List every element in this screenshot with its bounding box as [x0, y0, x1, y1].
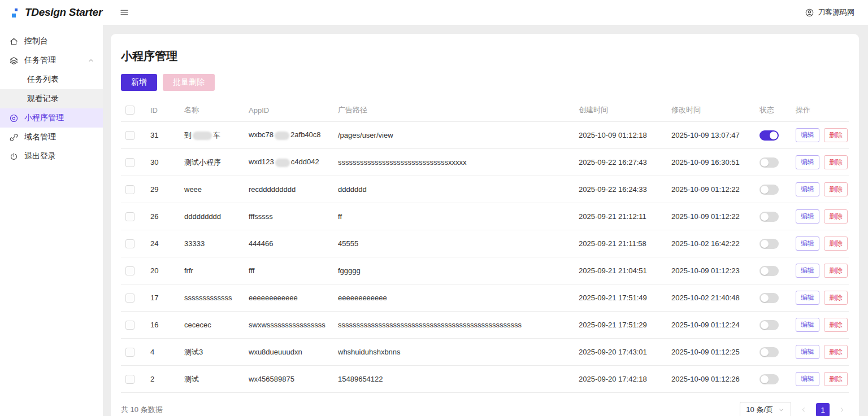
sidebar-item-task-list[interactable]: 任务列表 — [0, 70, 103, 89]
cell-ad-path: ddddddd — [333, 176, 574, 203]
cell-created-time: 2025-09-21 17:51:49 — [574, 284, 667, 312]
row-checkbox[interactable] — [125, 158, 134, 167]
toolbar: 新增 批量删除 — [121, 74, 849, 91]
status-toggle[interactable] — [760, 320, 779, 330]
cell-id: 2 — [146, 366, 180, 393]
row-checkbox[interactable] — [125, 239, 134, 248]
page-title: 小程序管理 — [121, 49, 849, 64]
edit-button[interactable]: 编辑 — [796, 291, 819, 305]
column-header: 修改时间 — [667, 99, 755, 122]
delete-button[interactable]: 删除 — [824, 155, 848, 169]
status-toggle[interactable] — [760, 374, 779, 384]
edit-button[interactable]: 编辑 — [796, 182, 819, 196]
row-checkbox[interactable] — [125, 131, 134, 140]
page-size-value: 10 条/页 — [746, 405, 773, 415]
menu-toggle-button[interactable] — [119, 6, 132, 19]
cell-ad-path: fggggg — [333, 257, 574, 284]
sidebar-item-domain-management[interactable]: 域名管理 — [0, 128, 103, 147]
edit-button[interactable]: 编辑 — [796, 264, 819, 278]
cell-modified-time: 2025-10-09 13:07:47 — [667, 122, 755, 149]
row-checkbox[interactable] — [125, 348, 134, 357]
delete-button[interactable]: 删除 — [824, 209, 848, 224]
prev-page-button[interactable] — [797, 403, 810, 416]
cell-id: 24 — [146, 230, 180, 257]
cell-created-time: 2025-09-21 21:04:51 — [574, 257, 667, 284]
chevron-down-icon — [778, 406, 785, 414]
cell-modified-time: 2025-10-02 21:40:48 — [667, 284, 755, 312]
cell-name: ddddddddd — [180, 203, 244, 230]
edit-button[interactable]: 编辑 — [796, 128, 819, 142]
sidebar-item-console[interactable]: 控制台 — [0, 32, 103, 51]
table-row: 26dddddddddfffsssssff2025-09-21 21:12:11… — [121, 203, 849, 230]
sidebar: 控制台任务管理任务列表观看记录小程序管理域名管理退出登录 — [0, 25, 103, 416]
edit-button[interactable]: 编辑 — [796, 155, 819, 169]
delete-button[interactable]: 删除 — [824, 372, 848, 386]
edit-button[interactable]: 编辑 — [796, 345, 819, 359]
edit-button[interactable]: 编辑 — [796, 372, 819, 386]
table-header-row: ID名称AppID广告路径创建时间修改时间状态操作 — [121, 99, 849, 122]
miniapp-table: ID名称AppID广告路径创建时间修改时间状态操作 31到车wxbc782afb… — [121, 99, 849, 393]
delete-button[interactable]: 删除 — [824, 345, 848, 359]
sidebar-item-label: 任务列表 — [27, 75, 59, 85]
cell-created-time: 2025-09-20 17:43:01 — [574, 339, 667, 366]
delete-button[interactable]: 删除 — [824, 182, 848, 196]
row-checkbox[interactable] — [125, 185, 134, 194]
delete-button[interactable]: 删除 — [824, 237, 848, 251]
column-header: 广告路径 — [333, 99, 574, 122]
table-row: 30测试小程序wxd123c4dd042ssssssssssssssssssss… — [121, 149, 849, 176]
next-page-button[interactable] — [835, 403, 849, 416]
delete-button[interactable]: 删除 — [824, 318, 848, 332]
page-size-select[interactable]: 10 条/页 — [740, 402, 791, 416]
table-row: 17ssssssssssssseeeeeeeeeeeeeeeeeeeeeeee2… — [121, 284, 849, 312]
username: 刀客源码网 — [818, 7, 854, 17]
sidebar-item-watch-records[interactable]: 观看记录 — [0, 89, 103, 108]
select-all-checkbox[interactable] — [125, 106, 134, 115]
status-toggle[interactable] — [760, 239, 779, 249]
delete-button[interactable]: 删除 — [824, 291, 848, 305]
cell-name: 测试小程序 — [180, 149, 244, 176]
cell-appid: wx456589875 — [244, 366, 333, 393]
column-header: AppID — [244, 99, 333, 122]
status-toggle[interactable] — [760, 347, 779, 357]
cell-created-time: 2025-09-21 21:12:11 — [574, 203, 667, 230]
cell-modified-time: 2025-10-02 16:42:22 — [667, 230, 755, 257]
status-toggle[interactable] — [760, 293, 779, 303]
table-footer: 共 10 条数据 10 条/页 1 — [121, 393, 849, 416]
row-checkbox[interactable] — [125, 321, 134, 330]
status-toggle[interactable] — [760, 130, 779, 141]
edit-button[interactable]: 编辑 — [796, 209, 819, 224]
row-checkbox[interactable] — [125, 375, 134, 384]
page-1-button[interactable]: 1 — [816, 403, 830, 416]
delete-button[interactable]: 删除 — [824, 128, 848, 142]
row-checkbox[interactable] — [125, 294, 134, 303]
cell-created-time: 2025-09-21 21:11:58 — [574, 230, 667, 257]
edit-button[interactable]: 编辑 — [796, 318, 819, 332]
sidebar-item-miniapp-management[interactable]: 小程序管理 — [0, 108, 103, 128]
status-toggle[interactable] — [760, 212, 779, 222]
cell-id: 31 — [146, 122, 180, 149]
sidebar-item-task-management[interactable]: 任务管理 — [0, 51, 103, 70]
status-toggle[interactable] — [760, 185, 779, 195]
cell-appid: swxwssssssssssssssss — [244, 312, 333, 339]
layers-icon — [9, 56, 19, 65]
cell-id: 30 — [146, 149, 180, 176]
row-checkbox[interactable] — [125, 266, 134, 275]
batch-delete-button[interactable]: 批量删除 — [163, 74, 215, 91]
delete-button[interactable]: 删除 — [824, 264, 848, 278]
row-checkbox[interactable] — [125, 212, 134, 221]
sidebar-item-logout[interactable]: 退出登录 — [0, 147, 103, 166]
status-toggle[interactable] — [760, 157, 779, 168]
cell-name: 到车 — [180, 122, 244, 149]
table-row: 20frfrffffggggg2025-09-21 21:04:512025-1… — [121, 257, 849, 284]
cell-ad-path: ff — [333, 203, 574, 230]
column-header: ID — [146, 99, 180, 122]
cell-appid: fff — [244, 257, 333, 284]
add-button[interactable]: 新增 — [121, 74, 157, 91]
censored-blur — [275, 132, 289, 140]
status-toggle[interactable] — [760, 266, 779, 276]
cell-id: 29 — [146, 176, 180, 203]
cell-ad-path: eeeeeeeeeeee — [333, 284, 574, 312]
user-menu[interactable]: 刀客源码网 — [805, 7, 854, 17]
total-count: 共 10 条数据 — [121, 405, 163, 415]
edit-button[interactable]: 编辑 — [796, 237, 819, 251]
